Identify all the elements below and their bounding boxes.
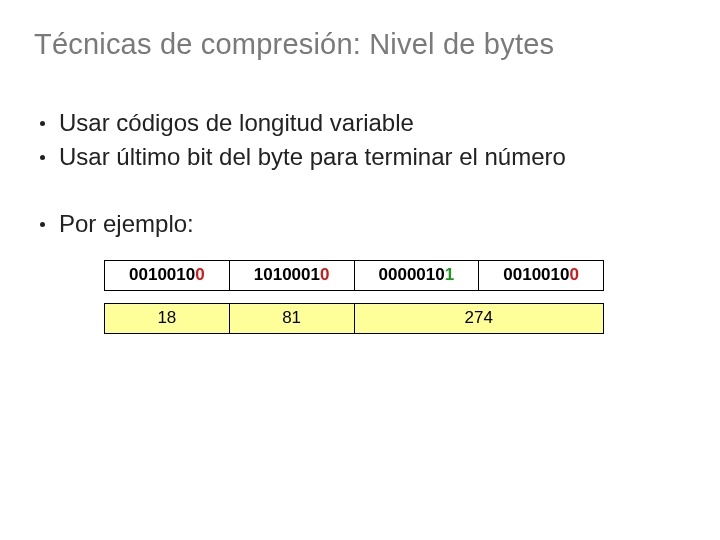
bullet-text: Usar códigos de longitud variable: [59, 107, 686, 139]
bullet-text: Usar último bit del byte para terminar e…: [59, 141, 686, 173]
byte-cell: 00100100: [479, 261, 604, 291]
number-table: 18 81 274: [104, 303, 604, 334]
bullet-dot-icon: [40, 155, 45, 160]
bullet-item: Usar último bit del byte para terminar e…: [34, 141, 686, 173]
byte-cell: 00100100: [105, 261, 230, 291]
byte-prefix: 0010010: [503, 265, 569, 284]
slide: Técnicas de compresión: Nivel de bytes U…: [0, 0, 720, 540]
byte-cell: 10100010: [229, 261, 354, 291]
byte-last-bit: 1: [445, 265, 454, 284]
page-title: Técnicas de compresión: Nivel de bytes: [34, 28, 686, 61]
byte-last-bit: 0: [195, 265, 204, 284]
table-row: 00100100 10100010 00000101 00100100: [105, 261, 604, 291]
bullet-dot-icon: [40, 222, 45, 227]
example-tables: 00100100 10100010 00000101 00100100: [104, 260, 604, 334]
bullet-item: Por ejemplo:: [34, 208, 686, 240]
bullet-list: Usar códigos de longitud variable Usar ú…: [34, 107, 686, 240]
byte-last-bit: 0: [320, 265, 329, 284]
bullet-item: Usar códigos de longitud variable: [34, 107, 686, 139]
table-row: 18 81 274: [105, 304, 604, 334]
number-cell: 81: [229, 304, 354, 334]
byte-prefix: 0000010: [379, 265, 445, 284]
bullet-text: Por ejemplo:: [59, 208, 686, 240]
byte-prefix: 0010010: [129, 265, 195, 284]
bullet-dot-icon: [40, 121, 45, 126]
byte-table: 00100100 10100010 00000101 00100100: [104, 260, 604, 291]
byte-prefix: 1010001: [254, 265, 320, 284]
number-cell: 18: [105, 304, 230, 334]
byte-cell: 00000101: [354, 261, 479, 291]
number-cell: 274: [354, 304, 604, 334]
byte-last-bit: 0: [569, 265, 578, 284]
